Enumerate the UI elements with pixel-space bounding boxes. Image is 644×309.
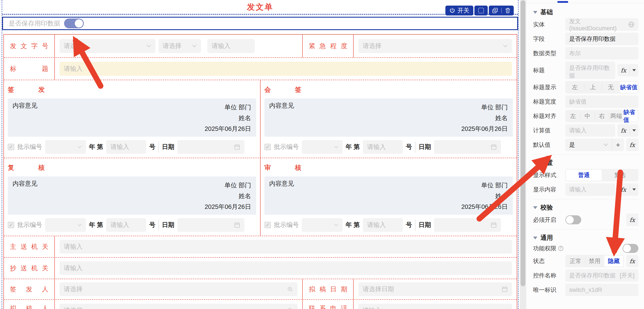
display-content-input[interactable]: 请输入 (565, 183, 615, 196)
approval-date-input[interactable] (434, 140, 501, 154)
year-prefix: 年 第 (89, 143, 103, 151)
segment-normal[interactable]: 正常 (566, 256, 585, 267)
drafter-label-cell: 拟稿人 (4, 300, 55, 309)
permission-row: 功能权限 (533, 244, 638, 253)
approval-year-select[interactable] (45, 140, 86, 154)
fx-button[interactable]: fx (626, 258, 638, 264)
urgency-select[interactable]: 请选择 (358, 39, 512, 53)
segment-none[interactable]: 无 (602, 82, 620, 93)
fx-button[interactable]: fx (617, 67, 630, 74)
select-parent-button[interactable] (474, 6, 488, 16)
segment-disabled[interactable]: 禁用 (585, 256, 604, 267)
sign-opinion-box[interactable]: 内容意见 单位 部门 姓名 2025年06月26日 (8, 98, 256, 137)
cc-recipient-controls: 请输入 (55, 258, 517, 279)
doc-no-select-2[interactable]: 请选择 (158, 39, 201, 53)
approval-no-input[interactable]: 请输入 (363, 140, 403, 154)
form-selection-outline: 开关 (2, 0, 518, 309)
app-canvas: 开关 (0, 0, 644, 309)
section-basic[interactable]: 基础 (533, 8, 638, 16)
fx-button[interactable]: fx (617, 127, 630, 134)
title-width-row: 标题宽度 缺省值 (533, 96, 638, 108)
approval-checkbox[interactable]: ✓ (8, 144, 14, 150)
permission-label: 功能权限 (533, 244, 564, 252)
segment-justify[interactable]: 两端 (609, 110, 623, 122)
section-settings[interactable]: 设置 (533, 158, 638, 167)
segment-top[interactable]: 上 (584, 82, 602, 93)
center-scrollbar-thumb[interactable] (520, 0, 525, 286)
approval-year-select[interactable] (302, 140, 343, 154)
caret-down-icon[interactable] (632, 129, 636, 132)
date-line: 2025年06月26日 (205, 201, 251, 212)
segment-default[interactable]: 缺省值 (620, 82, 638, 93)
field-value[interactable]: 是否保存用印数据 (565, 33, 638, 45)
approval-checkbox[interactable]: ✓ (264, 144, 271, 150)
permission-toggle[interactable] (622, 244, 638, 253)
status-label: 状态 (533, 257, 565, 265)
fx-button[interactable]: fx (617, 186, 630, 193)
urgency-label-cell: 紧急程度 (303, 34, 354, 57)
cc-recipient-input[interactable]: 请输入 (60, 261, 512, 275)
segment-left[interactable]: 左 (566, 82, 584, 93)
no-suffix: 号 (149, 143, 156, 151)
segment-normal[interactable]: 普通 (566, 170, 602, 181)
year-prefix: 年 第 (346, 143, 360, 151)
fx-button[interactable]: fx (626, 142, 638, 148)
segment-right[interactable]: 右 (595, 110, 609, 122)
caret-down-icon[interactable] (632, 188, 636, 190)
name-line: 姓名 (205, 112, 251, 123)
segment-checkbox[interactable]: 复选 (602, 170, 638, 181)
approval-no-input[interactable]: 请输入 (106, 140, 146, 154)
drafter-select[interactable]: 请选择 (60, 304, 298, 309)
review-title: 复核 (8, 163, 45, 172)
title-width-input[interactable]: 缺省值 (565, 96, 638, 108)
copy-delete-group (489, 6, 514, 16)
approval-no-input[interactable]: 请输入 (106, 218, 146, 232)
save-seal-data-toggle[interactable] (64, 18, 84, 28)
approval-date-input[interactable] (434, 218, 501, 232)
approval-year-select[interactable] (302, 218, 343, 232)
approval-date-input[interactable] (177, 218, 244, 232)
issuer-select[interactable]: 请选择 (60, 282, 298, 296)
section-general[interactable]: 通用 (533, 234, 638, 242)
section-validation[interactable]: 校验 (533, 203, 638, 212)
active-tab-indicator[interactable] (557, 1, 568, 3)
segment-left[interactable]: 左 (566, 110, 580, 122)
default-value-select[interactable]: 是 (565, 141, 612, 149)
year-prefix: 年 第 (346, 221, 360, 229)
duplicate-icon[interactable] (492, 7, 498, 14)
default-value-row: 默认值 是 + fx (533, 138, 638, 151)
date-label: 日期 (162, 143, 174, 151)
caret-down-icon[interactable] (632, 69, 636, 71)
segment-center[interactable]: 中 (580, 110, 595, 122)
approval-checkbox[interactable]: ✓ (264, 222, 271, 228)
doc-no-select-1[interactable]: 请选择 (60, 39, 156, 53)
review-opinion-box[interactable]: 内容意见 单位 部门 姓名 2025年06月26日 (8, 176, 256, 215)
phone-input[interactable]: 请输入 (358, 304, 512, 309)
main-recipient-input[interactable]: 请输入 (60, 240, 512, 254)
approval-no-input[interactable]: 请输入 (363, 218, 403, 232)
no-suffix: 号 (406, 221, 412, 229)
title-row: 标题 是否保存用印数据 fx (533, 62, 638, 79)
selected-switch-row[interactable]: 是否保存用印数据 (2, 17, 518, 30)
widget-type-button[interactable]: 开关 (446, 6, 473, 16)
subject-input[interactable]: 请输入 (60, 62, 512, 76)
data-type-row: 数据类型 布尔 (533, 47, 638, 60)
countersign-opinion-box[interactable]: 内容意见 单位 部门 姓名 2025年06月26日 (264, 98, 513, 137)
doc-no-input[interactable]: 请输入 (208, 39, 255, 53)
computed-value-input[interactable]: 请输入 (565, 124, 615, 137)
date-label: 日期 (418, 221, 431, 229)
required-toggle[interactable] (565, 215, 581, 224)
add-value-button[interactable]: + (612, 138, 624, 151)
opinion-placeholder: 内容意见 (12, 180, 38, 187)
approval-year-select[interactable] (45, 218, 86, 232)
trash-icon[interactable] (505, 8, 511, 14)
draft-date-input[interactable]: 请选择日期 (358, 282, 512, 296)
entity-label: 实体 (533, 21, 565, 28)
title-input[interactable]: 是否保存用印数据 (565, 62, 615, 79)
approval-date-input[interactable] (177, 140, 244, 154)
segment-hidden[interactable]: 隐藏 (604, 256, 623, 267)
fx-button[interactable]: fx (626, 216, 638, 223)
approval-checkbox[interactable]: ✓ (8, 222, 14, 228)
segment-default[interactable]: 缺省值 (623, 110, 638, 122)
audit-opinion-box[interactable]: 内容意见 单位 部门 姓名 2025年06月26日 (264, 176, 513, 215)
